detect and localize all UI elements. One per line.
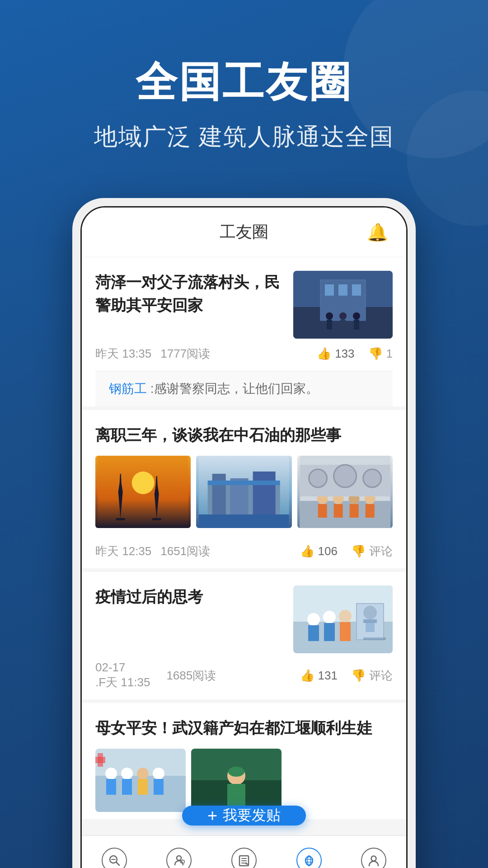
svg-rect-27 xyxy=(208,481,280,485)
nav-record[interactable]: 记工 xyxy=(211,843,277,868)
post-meta-3: 02-17 .F天 11:35 1685阅读 👍 131 👎 xyxy=(95,653,393,699)
svg-point-47 xyxy=(323,611,336,623)
like-count-3: 131 xyxy=(318,669,338,683)
svg-rect-67 xyxy=(95,757,105,763)
like-icon-2: 👍 xyxy=(300,544,314,558)
post-meta-1: 昨天 13:35 1777阅读 👍 133 👎 1 xyxy=(95,339,393,371)
post-images-2 xyxy=(95,456,393,528)
svg-point-41 xyxy=(333,465,356,487)
post-image-1 xyxy=(293,271,393,339)
svg-rect-61 xyxy=(122,779,132,795)
dislike-btn-1[interactable]: 👎 1 xyxy=(368,347,393,361)
nav-profile[interactable]: 我 xyxy=(341,843,406,868)
dislike-label-2: 评论 xyxy=(369,543,393,559)
nav-find-work[interactable]: 找工作 xyxy=(82,843,147,868)
svg-rect-5 xyxy=(352,284,361,296)
svg-point-42 xyxy=(363,469,381,487)
svg-point-52 xyxy=(363,606,377,619)
svg-rect-30 xyxy=(300,501,390,528)
header-section: 全国工友圈 地域广泛 建筑人脉通达全国 xyxy=(0,0,488,180)
nav-find-worker[interactable]: 找工人 xyxy=(147,843,212,868)
svg-point-62 xyxy=(137,768,149,779)
post-title-3: 疫情过后的思考 xyxy=(95,585,286,609)
like-icon-1: 👍 xyxy=(317,347,331,361)
post-image-4b xyxy=(191,749,282,812)
dislike-icon-1: 👎 xyxy=(368,347,383,361)
dislike-label-3: 评论 xyxy=(369,668,393,684)
app-topbar: 工友圈 🔔 xyxy=(82,208,406,257)
svg-point-76 xyxy=(177,856,181,860)
post-item-2[interactable]: 离职三年，谈谈我在中石油的那些事 xyxy=(82,410,406,572)
svg-point-10 xyxy=(353,312,360,320)
svg-rect-7 xyxy=(327,320,332,330)
phone-mockup: 工友圈 🔔 菏泽一对父子流落村头，民警助其平安回家 xyxy=(0,180,488,868)
bell-icon[interactable]: 🔔 xyxy=(367,222,388,242)
feed-container: 菏泽一对父子流落村头，民警助其平安回家 xyxy=(82,257,406,819)
post-image-3 xyxy=(293,585,393,653)
post-title-4: 母女平安！武汉籍产妇在都江堰顺利生娃 xyxy=(95,717,393,740)
svg-line-74 xyxy=(116,862,119,865)
record-icon xyxy=(231,848,257,868)
bottom-nav-section: + 我要发贴 xyxy=(82,819,406,868)
svg-rect-55 xyxy=(363,637,386,640)
comment-text-1: :感谢警察同志，让他们回家。 xyxy=(150,382,319,396)
svg-rect-59 xyxy=(106,779,116,795)
dislike-icon-2: 👎 xyxy=(351,544,366,558)
dislike-btn-3[interactable]: 👎 评论 xyxy=(351,668,393,684)
svg-point-64 xyxy=(153,768,164,779)
fab-label: 我要发贴 xyxy=(223,806,281,826)
svg-point-45 xyxy=(307,613,320,626)
svg-rect-54 xyxy=(366,623,375,632)
svg-rect-71 xyxy=(227,784,245,807)
svg-rect-11 xyxy=(354,320,359,330)
find-worker-icon xyxy=(166,848,192,868)
svg-rect-46 xyxy=(308,625,319,641)
like-btn-2[interactable]: 👍 106 xyxy=(300,544,338,558)
fab-button[interactable]: + 我要发贴 xyxy=(182,806,306,826)
svg-rect-9 xyxy=(340,320,346,330)
dislike-btn-2[interactable]: 👎 评论 xyxy=(351,543,393,559)
post-time-1: 昨天 13:35 xyxy=(95,346,151,362)
svg-rect-65 xyxy=(154,779,164,795)
post-image-2a xyxy=(95,456,191,528)
post-reads-3: 1685阅读 xyxy=(166,668,300,684)
post-image-2b xyxy=(196,456,291,528)
svg-rect-17 xyxy=(116,518,125,520)
svg-point-60 xyxy=(121,768,133,779)
post-image-2c xyxy=(297,456,393,528)
svg-point-87 xyxy=(371,856,376,861)
nav-worker-circle[interactable]: 工友圈 xyxy=(277,843,342,868)
like-btn-1[interactable]: 👍 133 xyxy=(317,347,354,361)
svg-point-8 xyxy=(339,312,347,320)
svg-rect-48 xyxy=(324,623,335,641)
like-btn-3[interactable]: 👍 131 xyxy=(300,669,338,683)
post-image-4a xyxy=(95,749,186,812)
like-count-1: 133 xyxy=(335,347,354,361)
dislike-count-1: 1 xyxy=(386,347,393,361)
post-time-3: 02-17 .F天 11:35 xyxy=(95,660,150,690)
svg-rect-3 xyxy=(325,284,334,296)
post-time-2: 昨天 12:35 xyxy=(95,543,151,559)
post-item-4[interactable]: 母女平安！武汉籍产妇在都江堰顺利生娃 xyxy=(82,703,406,819)
svg-rect-21 xyxy=(152,518,161,520)
svg-point-58 xyxy=(105,768,117,779)
post-item-1[interactable]: 菏泽一对父子流落村头，民警助其平安回家 xyxy=(82,257,406,410)
svg-point-13 xyxy=(132,472,155,494)
svg-rect-63 xyxy=(138,779,148,795)
like-icon-3: 👍 xyxy=(300,669,314,683)
svg-rect-32 xyxy=(318,504,327,518)
comment-username-1: 钢筋工 xyxy=(109,382,147,396)
worker-circle-icon xyxy=(296,848,322,868)
main-title: 全国工友圈 xyxy=(27,54,461,110)
svg-rect-72 xyxy=(228,767,244,777)
post-item-3[interactable]: 疫情过后的思考 xyxy=(82,572,406,703)
svg-point-6 xyxy=(326,312,333,320)
topbar-title: 工友圈 xyxy=(220,221,268,243)
post-title-1: 菏泽一对父子流落村头，民警助其平安回家 xyxy=(95,271,286,317)
svg-rect-36 xyxy=(349,504,358,518)
profile-icon xyxy=(361,848,386,868)
sub-title: 地域广泛 建筑人脉通达全国 xyxy=(27,121,461,153)
fab-plus-icon: + xyxy=(207,806,217,826)
comment-preview-1: 钢筋工 :感谢警察同志，让他们回家。 xyxy=(95,371,393,406)
svg-rect-4 xyxy=(338,284,347,296)
